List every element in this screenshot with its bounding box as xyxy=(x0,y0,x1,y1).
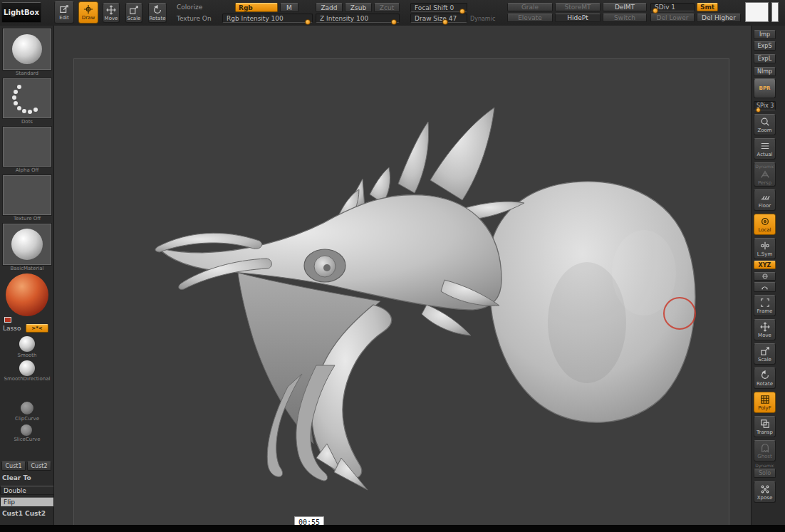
current-alpha-label: Alpha Off xyxy=(0,167,54,173)
delmt-button[interactable]: DelMT xyxy=(603,3,647,11)
spix-slider[interactable]: SPix 3 xyxy=(754,101,776,110)
xpose-button[interactable]: Xpose xyxy=(754,481,776,503)
flip-button[interactable]: Flip xyxy=(0,497,54,507)
sdiv-slider[interactable]: SDiv 1 xyxy=(650,3,695,11)
smooth-directional-brush-icon[interactable] xyxy=(19,360,35,376)
sdiv-knob[interactable] xyxy=(653,8,658,14)
current-texture-thumbnail[interactable] xyxy=(3,175,51,215)
draw-size-label: Draw Size 47 xyxy=(415,15,457,22)
persp-dynamic-label[interactable]: Dynamic xyxy=(755,164,774,169)
draw-size-knob[interactable] xyxy=(442,19,448,25)
current-brush-thumbnail[interactable] xyxy=(3,28,51,70)
rgb-intensity-knob[interactable] xyxy=(305,19,311,25)
scale-3d-label: Scale xyxy=(758,357,771,363)
switch-button[interactable]: Switch xyxy=(603,14,647,22)
current-color-swatch[interactable] xyxy=(4,317,11,323)
zoom-icon xyxy=(760,117,770,127)
floor-grid-icon xyxy=(760,192,770,202)
zadd-button[interactable]: Zadd xyxy=(316,3,343,12)
color-swatch[interactable] xyxy=(745,2,769,22)
draw-button[interactable]: Draw xyxy=(78,1,98,24)
smooth-brush-label: Smooth xyxy=(0,353,54,358)
exps-button[interactable]: ExpS xyxy=(754,41,776,51)
dynamic-toggle[interactable]: Dynamic xyxy=(470,16,495,22)
smooth-brush-icon[interactable] xyxy=(19,336,35,352)
transparency-icon xyxy=(760,419,770,429)
polyf-button[interactable]: PolyF xyxy=(754,392,776,413)
expl-button[interactable]: ExpL xyxy=(754,54,776,63)
solo-dynamic-label[interactable]: Dynamic xyxy=(754,463,776,468)
lasso-mode-button[interactable]: >*< xyxy=(26,324,48,333)
focal-shift-label: Focal Shift 0 xyxy=(415,4,454,11)
grale-button[interactable]: Grale xyxy=(507,3,553,11)
floor-button[interactable]: Floor xyxy=(754,189,776,211)
del-higher-button[interactable]: Del Higher xyxy=(697,14,741,22)
perspective-icon xyxy=(760,169,770,179)
brush-cursor-circle xyxy=(663,297,696,330)
current-stroke-thumbnail[interactable] xyxy=(3,78,51,118)
clipcurve-brush-icon[interactable] xyxy=(21,402,33,414)
draw-size-slider[interactable]: Draw Size 47 xyxy=(410,14,467,23)
slicecurve-brush-icon[interactable] xyxy=(21,424,32,436)
m-button[interactable]: M xyxy=(280,3,298,12)
polyframe-icon xyxy=(760,395,770,405)
zsub-button[interactable]: Zsub xyxy=(345,3,372,12)
current-alpha-thumbnail[interactable] xyxy=(3,127,51,167)
dragon-model[interactable] xyxy=(74,59,729,530)
xyz-button[interactable]: XYZ xyxy=(754,261,776,269)
zoom-button[interactable]: Zoom xyxy=(754,114,776,135)
color-picker-sphere[interactable] xyxy=(6,273,48,316)
material-preview-icon xyxy=(11,229,43,260)
scale-3d-button[interactable]: Scale xyxy=(754,343,776,365)
rotate-3d-button[interactable]: Rotate xyxy=(754,367,776,389)
smt-button[interactable]: Smt xyxy=(697,3,718,11)
del-lower-button[interactable]: Del Lower xyxy=(650,14,695,22)
imp-button[interactable]: Imp xyxy=(754,30,776,39)
dots-stroke-icon xyxy=(9,83,45,114)
bpr-button[interactable]: BPR xyxy=(754,78,776,98)
smooth-directional-brush-label: SmoothDirectional xyxy=(0,376,54,382)
scale-button[interactable]: Scale xyxy=(125,3,142,23)
viewport[interactable]: 00:55 xyxy=(54,26,751,532)
edit-button[interactable]: Edit xyxy=(54,1,74,24)
spix-knob[interactable] xyxy=(756,108,761,113)
rotate-button[interactable]: Rotate xyxy=(148,3,167,23)
move-3d-button[interactable]: Move xyxy=(754,319,776,340)
persp-button[interactable]: Dynamic Persp xyxy=(754,162,776,187)
zcut-button[interactable]: Zcut xyxy=(374,3,400,12)
quicksketch-button[interactable] xyxy=(754,282,776,292)
rotate-icon xyxy=(152,5,162,15)
move-label: Move xyxy=(105,16,118,21)
z-intensity-knob[interactable] xyxy=(391,19,397,25)
top-shelf: LightBox Edit Draw Move Scale xyxy=(0,0,785,26)
rotate-label: Rotate xyxy=(150,16,166,21)
current-material-thumbnail[interactable] xyxy=(3,224,51,265)
lsym-button[interactable]: L.Sym xyxy=(754,238,776,259)
cust2-button[interactable]: Cust2 xyxy=(27,461,51,471)
side-swatch[interactable] xyxy=(771,2,779,22)
actual-size-icon xyxy=(760,141,770,151)
actual-button[interactable]: Actual xyxy=(754,138,776,160)
lightbox-button[interactable]: LightBox xyxy=(1,2,41,23)
hidept-button[interactable]: HidePt xyxy=(555,14,601,22)
frame-button[interactable]: Frame xyxy=(754,295,776,316)
document-canvas[interactable] xyxy=(73,58,729,531)
scale-icon xyxy=(129,5,139,15)
nimp-button[interactable]: NImp xyxy=(754,67,776,76)
rgb-intensity-slider[interactable]: Rgb Intensity 100 xyxy=(222,14,313,23)
rgb-button[interactable]: Rgb xyxy=(235,3,278,12)
double-button[interactable]: Double xyxy=(0,486,54,495)
solo-button[interactable]: Solo xyxy=(754,469,776,478)
cust1-cust2-label: Cust1 Cust2 xyxy=(2,510,46,517)
z-intensity-slider[interactable]: Z Intensity 100 xyxy=(316,14,400,23)
move-button[interactable]: Move xyxy=(103,3,120,23)
see-through-button[interactable] xyxy=(754,272,776,281)
ghost-button[interactable]: Ghost xyxy=(754,440,776,461)
cust1-button[interactable]: Cust1 xyxy=(1,461,26,471)
texture-on-label[interactable]: Texture On xyxy=(177,15,212,22)
focal-shift-slider[interactable]: Focal Shift 0 xyxy=(410,3,467,12)
transp-button[interactable]: Transp xyxy=(754,416,776,437)
local-button[interactable]: Local xyxy=(754,214,776,235)
elevate-button[interactable]: Elevate xyxy=(507,14,553,22)
storemt-button[interactable]: StoreMT xyxy=(555,3,601,11)
